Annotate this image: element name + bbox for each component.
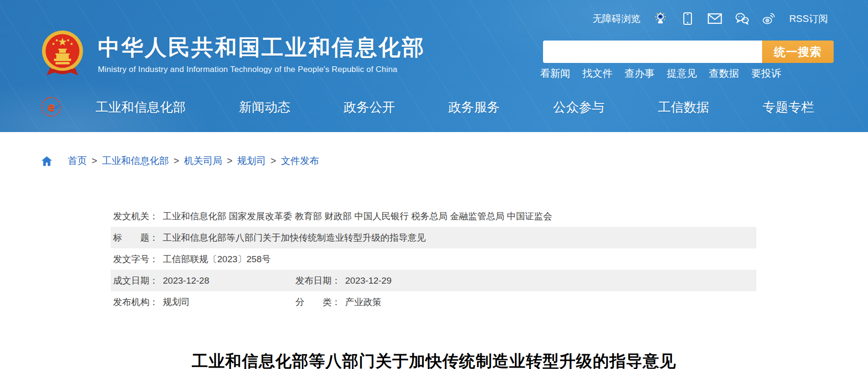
doc-meta-cell xyxy=(295,233,297,243)
breadcrumb-item[interactable]: 规划司 xyxy=(237,154,266,167)
doc-meta-cell: 发文字号： 工信部联规〔2023〕258号 xyxy=(113,253,295,266)
quick-link[interactable]: 找文件 xyxy=(582,67,612,80)
doc-meta-cell: 成文日期： 2023-12-28 xyxy=(113,275,295,287)
doc-meta-cell xyxy=(295,254,297,265)
doc-meta-label: 发布机构： xyxy=(113,296,158,308)
breadcrumb: 首页 > 工业和信息化部 > 机关司局 > 规划司 > xyxy=(41,154,319,167)
article-title: 工业和信息化部等八部门关于加快传统制造业转型升级的指导意见 xyxy=(0,350,868,369)
site-title: 中华人民共和国工业和信息化部 xyxy=(98,36,425,58)
doc-meta-value: 工业和信息化部等八部门关于加快传统制造业转型升级的指导意见 xyxy=(163,233,426,243)
miit-e-logo-icon: e xyxy=(41,97,61,117)
doc-meta-row: 发文字号： 工信部联规〔2023〕258号 xyxy=(111,248,756,270)
quick-links: 看新闻 找文件 查办事 提意见 查数据 要投诉 xyxy=(540,67,781,80)
doc-meta-cell: 发布机构： 规划司 xyxy=(113,296,295,308)
doc-meta-cell xyxy=(295,211,297,222)
doc-meta-value: 产业政策 xyxy=(345,297,381,307)
topbar: 无障碍浏览 xyxy=(593,11,828,26)
breadcrumb-item[interactable]: 首页 xyxy=(68,154,87,167)
brand-text: 中华人民共和国工业和信息化部 Ministry of Industry and … xyxy=(98,28,425,79)
accessibility-link[interactable]: 无障碍浏览 xyxy=(593,12,640,25)
doc-meta-row: 发文机关： 工业和信息化部 国家发展改革委 教育部 财政部 中国人民银行 税务总… xyxy=(111,205,756,227)
weibo-icon[interactable] xyxy=(762,11,776,26)
quick-link[interactable]: 看新闻 xyxy=(540,67,570,80)
doc-meta-cell: 发文机关： 工业和信息化部 国家发展改革委 教育部 财政部 中国人民银行 税务总… xyxy=(113,210,295,223)
doc-meta-value: 规划司 xyxy=(163,297,190,307)
nav-item[interactable]: 政务公开 xyxy=(344,99,395,116)
search-button[interactable]: 统一搜索 xyxy=(762,41,834,63)
doc-meta-value: 2023-12-29 xyxy=(345,276,391,286)
nav-item[interactable]: 新闻动态 xyxy=(239,99,291,116)
ai-assistant-icon[interactable] xyxy=(653,11,668,26)
doc-meta-label: 标 题： xyxy=(113,232,158,244)
doc-meta-table: 发文机关： 工业和信息化部 国家发展改革委 教育部 财政部 中国人民银行 税务总… xyxy=(111,205,756,313)
main-nav: 工业和信息化部 新闻动态 政务公开 政务服务 公众参与 工信数据 专题专栏 xyxy=(95,99,814,116)
breadcrumb-item[interactable]: 工业和信息化部 xyxy=(102,154,169,167)
search-bar: 统一搜索 xyxy=(543,41,834,63)
doc-meta-value: 工信部联规〔2023〕258号 xyxy=(163,254,271,264)
quick-link[interactable]: 查办事 xyxy=(625,67,655,80)
national-emblem-icon xyxy=(41,28,84,79)
breadcrumb-separator: > xyxy=(174,155,179,166)
home-icon[interactable] xyxy=(41,156,52,166)
quick-link[interactable]: 提意见 xyxy=(667,67,697,80)
doc-meta-value: 2023-12-28 xyxy=(163,276,209,286)
breadcrumb-item[interactable]: 文件发布 xyxy=(281,154,319,167)
breadcrumb-item[interactable]: 机关司局 xyxy=(184,154,222,167)
masthead: 无障碍浏览 xyxy=(0,0,868,132)
doc-meta-value: 工业和信息化部 国家发展改革委 教育部 财政部 中国人民银行 税务总局 金融监管… xyxy=(163,211,552,221)
breadcrumb-separator: > xyxy=(92,155,97,166)
mobile-icon[interactable] xyxy=(680,11,695,26)
site-subtitle: Ministry of Industry and Information Tec… xyxy=(98,65,425,74)
search-input[interactable] xyxy=(543,41,762,63)
nav-item[interactable]: 专题专栏 xyxy=(763,99,814,116)
quick-link[interactable]: 要投诉 xyxy=(751,67,781,80)
mail-icon[interactable] xyxy=(708,11,722,26)
rss-link[interactable]: RSS订阅 xyxy=(789,12,828,25)
doc-meta-label: 分 类： xyxy=(295,296,341,308)
wechat-icon[interactable] xyxy=(735,11,749,26)
doc-meta-cell: 标 题： 工业和信息化部等八部门关于加快传统制造业转型升级的指导意见 xyxy=(113,232,295,244)
doc-meta-row: 发布机构： 规划司 分 类： 产业政策 xyxy=(111,291,756,313)
breadcrumb-separator: > xyxy=(227,155,232,166)
nav-item[interactable]: 政务服务 xyxy=(449,99,500,116)
breadcrumb-separator: > xyxy=(271,155,276,166)
doc-meta-label: 成文日期： xyxy=(113,275,158,287)
doc-meta-label: 发布日期： xyxy=(295,275,341,287)
page: 无障碍浏览 xyxy=(0,0,868,369)
doc-meta-row: 成文日期： 2023-12-28 发布日期： 2023-12-29 xyxy=(111,270,756,291)
nav-item[interactable]: 工信数据 xyxy=(658,99,710,116)
quick-link[interactable]: 查数据 xyxy=(709,67,739,80)
doc-meta-cell: 发布日期： 2023-12-29 xyxy=(295,275,391,287)
site-masthead-link[interactable]: 中华人民共和国工业和信息化部 Ministry of Industry and … xyxy=(41,28,425,79)
nav-item[interactable]: 工业和信息化部 xyxy=(95,99,186,116)
doc-meta-label: 发文机关： xyxy=(113,210,158,223)
nav-item[interactable]: 公众参与 xyxy=(553,99,605,116)
doc-meta-row: 标 题： 工业和信息化部等八部门关于加快传统制造业转型升级的指导意见 xyxy=(111,227,756,248)
doc-meta-cell: 分 类： 产业政策 xyxy=(295,296,381,308)
doc-meta-label: 发文字号： xyxy=(113,253,158,266)
